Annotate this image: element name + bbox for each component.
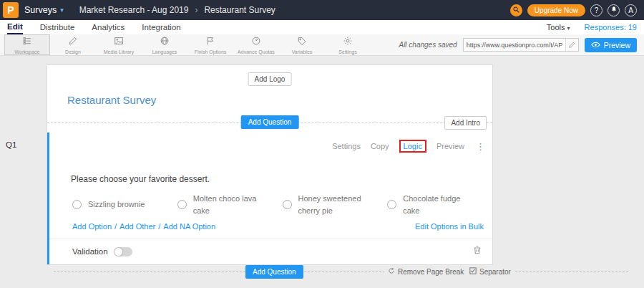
trash-icon xyxy=(472,245,482,258)
bell-icon xyxy=(610,6,618,14)
radio-icon[interactable] xyxy=(283,200,292,209)
question-id-label: Q1 xyxy=(6,140,16,149)
remove-page-break-label: Remove Page Break xyxy=(398,268,464,276)
finish-options-icon xyxy=(205,36,215,49)
toolbar-item-variables[interactable]: Variables xyxy=(279,34,325,55)
add-question-button[interactable]: Add Question xyxy=(241,115,299,129)
add-option-link[interactable]: Add Option xyxy=(72,222,112,231)
survey-title[interactable]: Restaurant Survey xyxy=(67,94,156,106)
questionpro-logo: P xyxy=(3,2,19,18)
chevron-down-icon: ▾ xyxy=(60,6,64,14)
toolbar-item-label: Variables xyxy=(292,49,313,54)
question-text[interactable]: Please choose your favorite dessert. xyxy=(71,174,492,184)
add-option-links: Add Option/Add Other/Add NA Option xyxy=(72,222,215,231)
variables-icon xyxy=(297,36,307,49)
help-button[interactable]: ? xyxy=(590,4,602,16)
chevron-down-icon: ▾ xyxy=(567,25,570,32)
search-icon xyxy=(512,4,520,16)
toolbar-item-label: Design xyxy=(65,49,81,54)
breadcrumb-current: Restaurant Survey xyxy=(204,5,275,15)
tools-label: Tools xyxy=(547,23,565,32)
toolbar-item-settings[interactable]: Settings xyxy=(325,34,371,55)
question-more-menu-icon[interactable]: ⋮ xyxy=(476,141,485,152)
add-question-button-bottom[interactable]: Add Question xyxy=(245,265,303,279)
tab-integration[interactable]: Integration xyxy=(142,20,180,34)
refresh-icon xyxy=(388,267,395,276)
eye-icon xyxy=(591,41,600,49)
add-na-option-link[interactable]: Add NA Option xyxy=(163,222,215,231)
notifications-button[interactable] xyxy=(608,4,620,16)
upgrade-now-button[interactable]: Upgrade Now xyxy=(527,4,585,16)
settings-icon xyxy=(343,36,353,49)
search-button[interactable] xyxy=(510,4,522,16)
answer-option-label: Molten choco lava cake xyxy=(193,193,262,216)
edit-options-in-bulk-link[interactable]: Edit Options in Bulk xyxy=(415,222,484,231)
delete-question-button[interactable] xyxy=(472,245,482,258)
tools-menu[interactable]: Tools ▾ xyxy=(547,23,570,32)
logic-highlight-annotation: Logic xyxy=(399,140,426,153)
advance-quotas-icon xyxy=(251,36,261,49)
add-other-link[interactable]: Add Other xyxy=(119,222,155,231)
answer-options: Sizzling brownie Molten choco lava cake … xyxy=(72,193,492,216)
toolbar-item-design[interactable]: Design xyxy=(50,34,96,55)
surveys-menu-label: Surveys xyxy=(24,5,57,15)
toolbar-item-workspace[interactable]: Workspace xyxy=(4,34,50,55)
question-logic-link[interactable]: Logic xyxy=(404,142,422,150)
responses-count[interactable]: Responses: 19 xyxy=(585,23,637,32)
radio-icon[interactable] xyxy=(72,200,82,209)
radio-icon[interactable] xyxy=(177,200,187,209)
answer-option-label: Sizzling brownie xyxy=(88,198,145,211)
edit-url-button[interactable] xyxy=(565,39,578,51)
answer-option[interactable]: Molten choco lava cake xyxy=(177,193,283,216)
tab-distribute[interactable]: Distribute xyxy=(40,20,75,34)
link-separator: / xyxy=(158,222,160,231)
question-preview-link[interactable]: Preview xyxy=(436,142,464,150)
media-library-icon xyxy=(114,36,124,49)
toolbar-item-languages[interactable]: Languages xyxy=(142,34,187,55)
breadcrumb-parent[interactable]: Market Research - Aug 2019 xyxy=(79,5,189,15)
avatar[interactable]: A xyxy=(625,4,637,16)
remove-page-break-control[interactable]: Remove Page Break xyxy=(384,267,467,276)
separator-control[interactable]: Separator xyxy=(466,267,514,276)
survey-url-box xyxy=(463,38,579,52)
toolbar-right: All changes saved Preview xyxy=(399,34,637,55)
toolbar-item-media-library[interactable]: Media Library xyxy=(96,34,142,55)
breadcrumb: Market Research - Aug 2019 › Restaurant … xyxy=(79,5,275,15)
survey-card-header: Add Logo Restaurant Survey xyxy=(47,65,492,123)
tab-analytics[interactable]: Analytics xyxy=(92,20,125,34)
answer-option[interactable]: Honey sweetened cherry pie xyxy=(283,193,388,216)
answer-option[interactable]: Chocolate fudge cake xyxy=(387,193,492,216)
add-logo-button[interactable]: Add Logo xyxy=(248,72,292,86)
add-intro-button[interactable]: Add Intro xyxy=(444,116,487,130)
save-status-text: All changes saved xyxy=(399,41,457,49)
radio-icon[interactable] xyxy=(387,200,396,209)
survey-url-input[interactable] xyxy=(464,42,565,49)
toggle-knob xyxy=(114,248,122,256)
breadcrumb-separator-icon: › xyxy=(195,5,197,15)
answer-option[interactable]: Sizzling brownie xyxy=(72,193,177,216)
tab-edit[interactable]: Edit xyxy=(7,20,23,34)
surveys-menu[interactable]: Surveys ▾ xyxy=(24,5,64,15)
survey-card: Add Logo Restaurant Survey Add Question … xyxy=(47,64,493,265)
question-copy-link[interactable]: Copy xyxy=(371,142,389,150)
languages-icon xyxy=(160,36,170,49)
preview-button[interactable]: Preview xyxy=(585,38,637,52)
validation-row: Validation xyxy=(49,239,492,264)
toolbar-item-finish-options[interactable]: Finish Options xyxy=(187,34,233,55)
workspace-icon xyxy=(22,36,32,49)
validation-toggle[interactable] xyxy=(114,247,132,256)
toolbar-item-label: Languages xyxy=(152,49,177,54)
option-links-row: Add Option/Add Other/Add NA Option Edit … xyxy=(72,222,484,231)
top-bar: P Surveys ▾ Market Research - Aug 2019 ›… xyxy=(0,0,644,20)
design-icon xyxy=(68,36,78,49)
toolbar-item-label: Settings xyxy=(338,49,356,54)
question-settings-link[interactable]: Settings xyxy=(332,142,361,150)
pencil-icon xyxy=(568,39,575,52)
survey-toolbar: Workspace Design Media Library Languages… xyxy=(0,34,644,56)
answer-option-label: Chocolate fudge cake xyxy=(403,193,472,216)
toolbar-item-label: Workspace xyxy=(15,49,40,54)
link-separator: / xyxy=(114,222,117,231)
tabs-right: Tools ▾ Responses: 19 xyxy=(547,20,637,34)
toolbar-item-label: Advance Quotas xyxy=(238,49,275,54)
toolbar-item-advance-quotas[interactable]: Advance Quotas xyxy=(233,34,279,55)
